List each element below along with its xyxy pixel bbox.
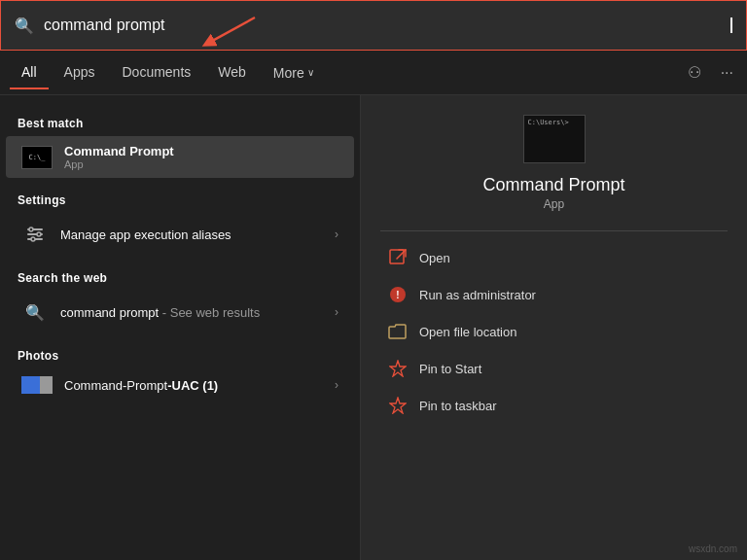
search-bar: 🔍 [0, 0, 747, 51]
settings-item[interactable]: Manage app execution aliases › [6, 213, 354, 256]
settings-text: Manage app execution aliases [60, 228, 231, 242]
action-pin-start-label: Pin to Start [419, 362, 481, 376]
best-match-label: Best match [0, 111, 360, 136]
web-search-icon: 🔍 [21, 298, 49, 326]
svg-point-6 [37, 232, 41, 236]
web-chevron-icon: › [335, 305, 338, 319]
right-panel: C:\Users\> Command Prompt App Open [360, 95, 747, 560]
best-match-title: Command Prompt [64, 144, 174, 158]
tab-more[interactable]: More ∨ [262, 57, 326, 88]
svg-point-5 [29, 228, 33, 231]
action-file-location-label: Open file location [419, 325, 516, 339]
action-pin-taskbar-label: Pin to taskbar [419, 399, 497, 413]
watermark: wsxdn.com [689, 543, 737, 554]
chevron-down-icon: ∨ [307, 67, 314, 78]
cmd-app-icon: C:\_ [21, 146, 53, 169]
photos-item-label: Command-Prompt-UAC (1) [64, 378, 218, 393]
search-icon: 🔍 [15, 17, 34, 35]
left-panel: Best match C:\_ Command Prompt App Setti… [0, 95, 360, 560]
action-admin-label: Run as administrator [419, 288, 536, 302]
right-panel-header: C:\Users\> Command Prompt App [380, 115, 728, 231]
text-cursor [730, 18, 732, 33]
action-pin-taskbar[interactable]: Pin to taskbar [380, 387, 728, 424]
open-icon [388, 248, 408, 267]
admin-icon: ! [388, 285, 408, 304]
settings-chevron-icon: › [335, 228, 338, 241]
action-open-label: Open [419, 251, 450, 265]
settings-icon [21, 221, 49, 248]
web-search-label: Search the web [0, 265, 360, 291]
action-open[interactable]: Open [380, 239, 728, 276]
tab-web[interactable]: Web [206, 56, 258, 89]
ellipsis-icon[interactable]: ··· [717, 60, 737, 86]
best-match-subtitle: App [64, 158, 174, 170]
photos-item[interactable]: Command-Prompt-UAC (1) › [6, 368, 354, 402]
best-match-item[interactable]: C:\_ Command Prompt App [6, 136, 354, 178]
action-pin-start[interactable]: Pin to Start [380, 350, 728, 387]
pin-start-icon [388, 359, 408, 378]
settings-item-label: Manage app execution aliases [60, 228, 231, 242]
web-search-text: command prompt - See web results [60, 305, 260, 320]
action-run-admin[interactable]: ! Run as administrator [380, 276, 728, 313]
tab-documents[interactable]: Documents [110, 56, 202, 89]
action-file-location[interactable]: Open file location [380, 313, 728, 350]
search-input[interactable] [44, 17, 729, 34]
nav-tabs-right: ⚇ ··· [684, 59, 737, 86]
svg-rect-8 [390, 250, 404, 263]
photos-text: Command-Prompt-UAC (1) [64, 378, 218, 393]
nav-tabs-left: All Apps Documents Web More ∨ [10, 56, 326, 89]
photos-icon [21, 376, 53, 394]
photos-label: Photos [0, 343, 360, 368]
pin-taskbar-icon [388, 396, 408, 415]
cmd-large-icon: C:\Users\> [523, 115, 586, 163]
action-list: Open ! Run as administrator [380, 239, 728, 424]
svg-text:!: ! [396, 290, 399, 300]
app-subtitle: App [544, 197, 564, 211]
app-title: Command Prompt [482, 175, 624, 195]
tab-all[interactable]: All [10, 56, 49, 89]
main-content: Best match C:\_ Command Prompt App Setti… [0, 95, 747, 560]
svg-point-7 [31, 237, 35, 241]
web-search-item-label: command prompt - See web results [60, 305, 260, 320]
tab-apps[interactable]: Apps [53, 56, 107, 89]
folder-icon [388, 322, 408, 341]
photos-chevron-icon: › [335, 378, 338, 392]
people-icon[interactable]: ⚇ [684, 59, 705, 86]
nav-tabs: All Apps Documents Web More ∨ ⚇ ··· [0, 51, 747, 95]
best-match-text: Command Prompt App [64, 144, 174, 170]
web-search-item[interactable]: 🔍 command prompt - See web results › [6, 291, 354, 333]
settings-label: Settings [0, 188, 360, 213]
